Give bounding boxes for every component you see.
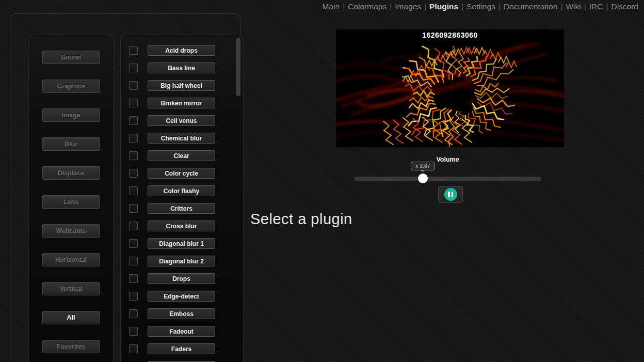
nav-item-main[interactable]: Main: [323, 2, 340, 11]
plugin-browser-container: SoundGraphicsImageBlurDisplaceLensWebcam…: [10, 13, 240, 362]
select-plugin-message: Select a plugin: [250, 211, 352, 228]
plugin-button-critters[interactable]: Critters: [148, 203, 215, 214]
plugin-checkbox[interactable]: [129, 186, 138, 195]
category-button-webcams[interactable]: Webcams: [42, 224, 100, 238]
pause-icon: [444, 188, 457, 201]
plugin-checkbox[interactable]: [129, 116, 138, 125]
plugin-row: Emboss: [121, 308, 243, 319]
plugin-checkbox[interactable]: [129, 134, 138, 143]
nav-item-colormaps[interactable]: Colormaps: [348, 2, 387, 11]
plugin-list-scrollbar[interactable]: [236, 38, 240, 96]
volume-slider-thumb[interactable]: [418, 174, 428, 183]
plugin-checkbox[interactable]: [129, 204, 138, 213]
plugin-row: Cross blur: [121, 221, 243, 231]
plugin-list-panel: Acid dropsBass lineBig half wheelBroken …: [120, 35, 244, 362]
plugin-button-cell-venus[interactable]: Cell venus: [148, 115, 215, 126]
plugin-checkbox[interactable]: [129, 292, 138, 301]
plugin-row: Fadeout: [121, 326, 243, 337]
nav-item-images[interactable]: Images: [395, 2, 421, 11]
plugin-checkbox[interactable]: [129, 151, 138, 160]
plugin-button-emboss[interactable]: Emboss: [148, 308, 215, 319]
plugin-button-color-cycle[interactable]: Color cycle: [148, 168, 215, 179]
category-button-horizontal[interactable]: Horizontal: [42, 253, 100, 266]
volume-slider-track[interactable]: [355, 177, 541, 181]
plugin-button-big-half-wheel[interactable]: Big half wheel: [148, 80, 215, 91]
nav-separator: |: [606, 2, 608, 11]
category-panel: SoundGraphicsImageBlurDisplaceLensWebcam…: [28, 35, 114, 362]
visualization-canvas: 1626092863060: [336, 29, 564, 147]
plugin-row: Diagonal blur 1: [121, 238, 243, 249]
plugin-row: Big half wheel: [121, 80, 243, 91]
nav-separator: |: [584, 2, 586, 11]
plugin-checkbox[interactable]: [129, 99, 138, 107]
plugin-row: Critters: [121, 203, 243, 214]
plugin-row: Drops: [121, 273, 243, 284]
plugin-button-acid-drops[interactable]: Acid drops: [148, 45, 215, 56]
plugin-row: Color flashy: [121, 185, 243, 196]
plugin-button-diagonal-blur-1[interactable]: Diagonal blur 1: [148, 238, 215, 249]
plugin-row: Clear: [121, 150, 243, 161]
plugin-checkbox[interactable]: [129, 309, 138, 318]
plugin-button-edge-detect[interactable]: Edge-detect: [148, 291, 215, 302]
plugin-checkbox[interactable]: [129, 169, 138, 178]
category-button-vertical[interactable]: Vertical: [42, 282, 100, 295]
category-button-sound[interactable]: Sound: [42, 51, 100, 64]
plugin-button-faders[interactable]: Faders: [148, 343, 215, 354]
plugin-button-bass-line[interactable]: Bass line: [148, 62, 215, 73]
plugin-row: Color cycle: [121, 168, 243, 179]
category-button-favorites[interactable]: Favorites: [42, 340, 100, 353]
nav-item-plugins[interactable]: Plugins: [429, 2, 458, 11]
plugin-checkbox[interactable]: [129, 239, 138, 248]
frame-timestamp: 1626092863060: [336, 31, 564, 39]
nav-item-documentation[interactable]: Documentation: [504, 2, 557, 11]
plugin-checkbox[interactable]: [129, 64, 138, 72]
audio-visualization: [336, 29, 564, 147]
plugin-button-fadeout[interactable]: Fadeout: [148, 326, 215, 337]
plugin-checkbox[interactable]: [129, 257, 138, 265]
plugin-button-diagonal-blur-2[interactable]: Diagonal blur 2: [148, 256, 215, 266]
plugin-button-cross-blur[interactable]: Cross blur: [148, 221, 215, 231]
plugin-row: Edge-detect: [121, 291, 243, 302]
nav-separator: |: [390, 2, 392, 11]
nav-separator: |: [498, 2, 501, 11]
nav-separator: |: [343, 2, 345, 11]
plugin-checkbox[interactable]: [129, 46, 138, 55]
nav-item-wiki[interactable]: Wiki: [566, 2, 581, 11]
plugin-row: Bass line: [121, 62, 243, 73]
top-nav: Main|Colormaps|Images|Plugins|Settings|D…: [323, 2, 638, 11]
plugin-row: Faders: [121, 343, 243, 354]
nav-separator: |: [424, 2, 426, 11]
volume-value-tooltip: x 3.67: [411, 162, 435, 170]
nav-item-settings[interactable]: Settings: [466, 2, 495, 11]
plugin-row: Cell venus: [121, 115, 243, 126]
nav-separator: |: [461, 2, 463, 11]
category-button-graphics[interactable]: Graphics: [42, 80, 100, 93]
nav-item-discord[interactable]: Discord: [611, 2, 638, 11]
plugin-checkbox[interactable]: [129, 81, 138, 90]
category-button-image[interactable]: Image: [42, 108, 100, 122]
plugin-button-color-flashy[interactable]: Color flashy: [148, 185, 215, 196]
plugin-row: Chemical blur: [121, 133, 243, 144]
plugin-checkbox[interactable]: [129, 274, 138, 283]
volume-label: Volume: [355, 156, 541, 163]
plugin-button-clear[interactable]: Clear: [148, 150, 215, 161]
category-button-lens[interactable]: Lens: [42, 195, 100, 209]
plugin-button-drops[interactable]: Drops: [148, 273, 215, 284]
nav-separator: |: [560, 2, 562, 11]
plugin-checkbox[interactable]: [129, 344, 138, 353]
plugin-button-chemical-blur[interactable]: Chemical blur: [148, 133, 215, 144]
category-button-blur[interactable]: Blur: [42, 137, 100, 151]
plugin-checkbox[interactable]: [129, 327, 138, 336]
plugin-row: Diagonal blur 2: [121, 256, 243, 266]
category-button-displace[interactable]: Displace: [42, 166, 100, 180]
category-button-all[interactable]: All: [42, 311, 100, 324]
pause-button[interactable]: [438, 186, 463, 203]
plugin-row: Acid drops: [121, 45, 243, 56]
plugin-checkbox[interactable]: [129, 222, 138, 230]
plugin-row: Broken mirror: [121, 98, 243, 108]
nav-item-irc[interactable]: IRC: [589, 2, 603, 11]
plugin-button-broken-mirror[interactable]: Broken mirror: [148, 98, 215, 108]
